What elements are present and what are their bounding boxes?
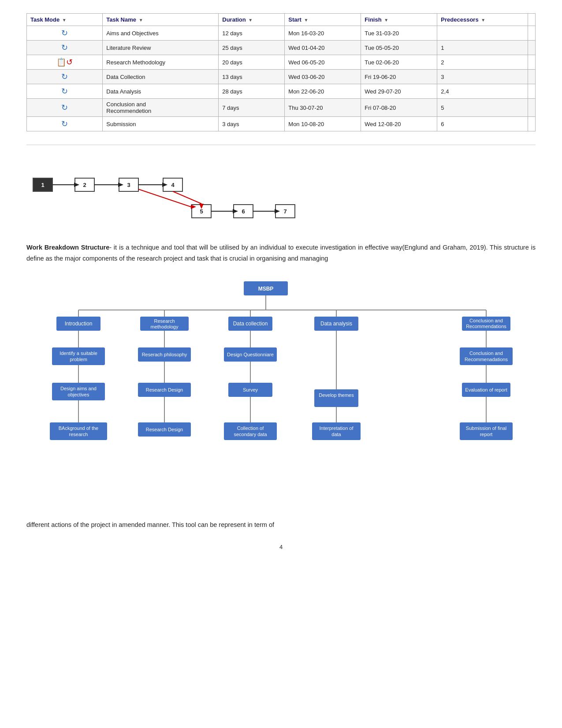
svg-text:Data collection: Data collection [233, 321, 268, 327]
svg-rect-67 [52, 383, 105, 400]
svg-text:MSBP: MSBP [258, 286, 273, 292]
svg-rect-89 [224, 422, 277, 440]
task-mode-cell: ↻ [27, 41, 103, 55]
gantt-table: Task Mode ▼ Task Name ▼ Duration ▼ Start… [26, 13, 536, 131]
start-cell: Wed 01-04-20 [285, 41, 361, 55]
predecessors-cell: 2,4 [437, 84, 528, 99]
svg-rect-84 [50, 422, 107, 440]
finish-cell: Fri 07-08-20 [361, 99, 437, 117]
predecessors-cell: 6 [437, 117, 528, 131]
svg-text:Interpretation of: Interpretation of [319, 426, 354, 431]
task-name-cell: Data Analysis [103, 84, 219, 99]
wbs-svg: MSBP Introduction Research methodology D… [28, 277, 535, 506]
task-mode-cell: ↻ [27, 70, 103, 84]
svg-rect-53 [52, 347, 105, 365]
bottom-paragraph: different actions of the project in amen… [26, 519, 536, 530]
finish-cell: Tue 02-06-20 [361, 55, 437, 70]
svg-text:Survey: Survey [242, 387, 258, 392]
col-header-finish[interactable]: Finish ▼ [361, 14, 437, 26]
task-name-cell: Data Collection [103, 70, 219, 84]
svg-text:7: 7 [283, 208, 287, 215]
extra-cell [528, 84, 536, 99]
wbs-description: Work Breakdown Structure- it is a techni… [26, 242, 536, 264]
svg-text:secondary data: secondary data [234, 432, 267, 437]
svg-text:methodology: methodology [150, 324, 178, 329]
wbs-bold-title: Work Breakdown Structure [26, 244, 109, 251]
col-header-task-mode[interactable]: Task Mode ▼ [27, 14, 103, 26]
sort-icon: ▼ [139, 18, 143, 22]
svg-text:5: 5 [200, 208, 203, 215]
col-header-predecessors[interactable]: Predecessors ▼ [437, 14, 528, 26]
table-row: ↻Aims and Objectives12 daysMon 16-03-20T… [27, 26, 536, 41]
predecessors-cell: 2 [437, 55, 528, 70]
network-svg: 1 2 3 4 5 6 7 [26, 158, 326, 229]
svg-text:Introduction: Introduction [64, 321, 92, 327]
task-name-cell: Conclusion and Recommendetion [103, 99, 219, 117]
finish-cell: Tue 31-03-20 [361, 26, 437, 41]
table-row: ↻Conclusion and Recommendetion7 daysThu … [27, 99, 536, 117]
start-cell: Mon 10-08-20 [285, 117, 361, 131]
finish-cell: Wed 12-08-20 [361, 117, 437, 131]
svg-text:Data analysis: Data analysis [320, 321, 352, 327]
svg-text:Design aims and: Design aims and [60, 386, 97, 391]
task-arrow-icon: ↻ [61, 43, 68, 52]
task-mode-cell: ↻ [27, 26, 103, 41]
box-arrow-icon: 📋↺ [56, 58, 73, 67]
table-row: ↻Submission3 daysMon 10-08-20Wed 12-08-2… [27, 117, 536, 131]
table-row: ↻Literature Review25 daysWed 01-04-20Tue… [27, 41, 536, 55]
duration-cell: 7 days [219, 99, 285, 117]
duration-cell: 25 days [219, 41, 285, 55]
duration-cell: 20 days [219, 55, 285, 70]
svg-text:2: 2 [83, 182, 86, 188]
svg-text:Research: Research [154, 318, 175, 324]
col-header-start[interactable]: Start ▼ [285, 14, 361, 26]
svg-text:report: report [480, 432, 492, 437]
network-diagram: 1 2 3 4 5 6 7 [26, 158, 326, 229]
extra-cell [528, 41, 536, 55]
extra-cell [528, 26, 536, 41]
start-cell: Wed 06-05-20 [285, 55, 361, 70]
finish-cell: Fri 19-06-20 [361, 70, 437, 84]
predecessors-cell: 5 [437, 99, 528, 117]
finish-cell: Tue 05-05-20 [361, 41, 437, 55]
svg-text:Design Questionniare: Design Questionniare [227, 352, 274, 357]
svg-text:Research Design: Research Design [145, 427, 182, 432]
svg-text:4: 4 [171, 182, 175, 188]
svg-text:Submission of final: Submission of final [465, 426, 506, 431]
network-section: 1 2 3 4 5 6 7 [26, 145, 536, 229]
col-header-duration[interactable]: Duration ▼ [219, 14, 285, 26]
start-cell: Thu 30-07-20 [285, 99, 361, 117]
svg-text:research: research [69, 432, 88, 437]
svg-text:Identify a suitable: Identify a suitable [60, 351, 97, 356]
svg-rect-92 [312, 422, 361, 440]
task-name-cell: Research Methodology [103, 55, 219, 70]
task-mode-cell: 📋↺ [27, 55, 103, 70]
predecessors-cell: 1 [437, 41, 528, 55]
svg-text:6: 6 [242, 208, 245, 215]
svg-text:Recommendations: Recommendations [466, 324, 506, 329]
extra-cell [528, 55, 536, 70]
svg-rect-95 [460, 422, 513, 440]
svg-text:Reserach philosophy: Reserach philosophy [141, 352, 187, 357]
sort-icon: ▼ [304, 18, 309, 22]
svg-text:Evaluation of report: Evaluation of report [465, 387, 507, 392]
duration-cell: 28 days [219, 84, 285, 99]
svg-text:Collection of: Collection of [237, 426, 264, 431]
svg-text:3: 3 [127, 182, 130, 188]
sort-icon: ▼ [384, 18, 388, 22]
task-arrow-icon: ↻ [61, 87, 68, 96]
sort-icon: ▼ [481, 18, 485, 22]
svg-rect-60 [460, 347, 513, 365]
svg-text:objectives: objectives [67, 392, 89, 397]
start-cell: Wed 03-06-20 [285, 70, 361, 84]
task-arrow-icon: ↻ [61, 103, 68, 112]
duration-cell: 3 days [219, 117, 285, 131]
task-name-cell: Submission [103, 117, 219, 131]
task-name-cell: Literature Review [103, 41, 219, 55]
table-row: ↻Data Collection13 daysWed 03-06-20Fri 1… [27, 70, 536, 84]
svg-text:BAckground of the: BAckground of the [58, 426, 98, 431]
svg-rect-75 [314, 389, 358, 407]
task-mode-cell: ↻ [27, 117, 103, 131]
svg-text:data: data [331, 432, 341, 437]
col-header-task-name[interactable]: Task Name ▼ [103, 14, 219, 26]
